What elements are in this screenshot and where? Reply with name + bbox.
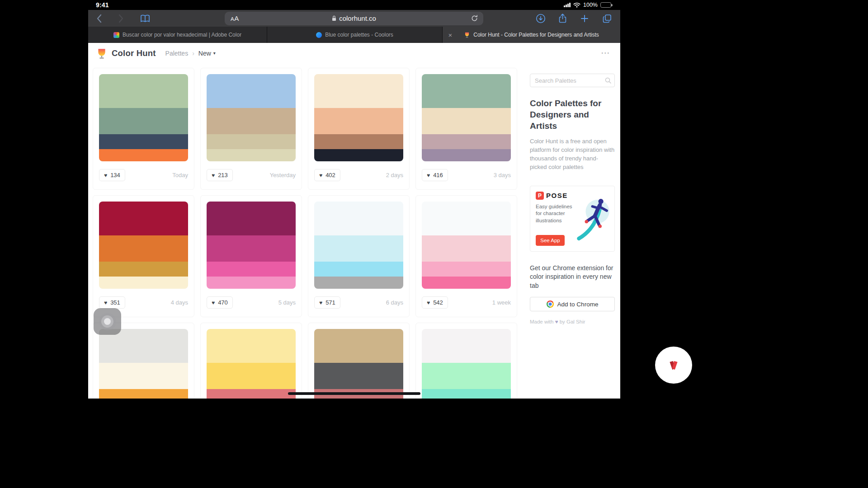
main-content: ♥ 134 Today ♥ 213 Yesterday ♥ 402 2 days: [88, 63, 620, 399]
palette-color-4[interactable]: [314, 277, 403, 289]
palette-stack[interactable]: [422, 74, 511, 161]
palette-stack[interactable]: [422, 329, 511, 399]
tab-coolors[interactable]: Blue color palettes - Coolors: [267, 27, 442, 43]
palette-stack[interactable]: [207, 202, 296, 289]
palette-color-3[interactable]: [99, 389, 188, 399]
palette-color-3[interactable]: [207, 134, 296, 149]
floating-logo-button[interactable]: [655, 347, 692, 384]
palette-color-2[interactable]: [422, 363, 511, 389]
reader-options-button[interactable]: AA: [231, 14, 239, 22]
palette-color-3[interactable]: [207, 262, 296, 277]
palette-color-4[interactable]: [207, 149, 296, 161]
palette-color-2[interactable]: [422, 235, 511, 262]
search-icon[interactable]: [604, 77, 612, 84]
wifi-icon: [573, 2, 580, 8]
credit-author-link[interactable]: by Gal Shir: [560, 319, 585, 324]
search-input[interactable]: [530, 74, 615, 87]
palette-color-2[interactable]: [207, 108, 296, 134]
like-button[interactable]: ♥ 542: [422, 296, 448, 309]
palette-stack[interactable]: [422, 202, 511, 289]
palette-color-2[interactable]: [314, 108, 403, 134]
pose-ad: P POSE Easy guidelines for character ill…: [530, 186, 615, 252]
like-button[interactable]: ♥ 571: [314, 296, 340, 309]
color-hunt-logo[interactable]: [96, 47, 108, 59]
palette-color-4[interactable]: [422, 277, 511, 289]
palette-color-1[interactable]: [207, 202, 296, 235]
palette-color-1[interactable]: [99, 74, 188, 108]
site-title[interactable]: Color Hunt: [112, 48, 156, 58]
palette-color-4[interactable]: [314, 149, 403, 161]
palette-stack[interactable]: [207, 329, 296, 399]
palette-color-3[interactable]: [422, 134, 511, 149]
palette-color-1[interactable]: [207, 329, 296, 363]
palette-color-1[interactable]: [207, 74, 296, 108]
palette-stack[interactable]: [314, 329, 403, 399]
palette-color-1[interactable]: [422, 74, 511, 108]
bookmarks-icon[interactable]: [138, 14, 152, 23]
palette-stack[interactable]: [314, 202, 403, 289]
palette-age: 5 days: [278, 299, 296, 306]
tab-adobe-color[interactable]: Buscar color por valor hexadecimal | Ado…: [88, 27, 267, 43]
forward-button[interactable]: [115, 14, 127, 23]
like-button[interactable]: ♥ 213: [207, 169, 233, 181]
palette-stack[interactable]: [99, 202, 188, 289]
sort-dropdown[interactable]: New ▾: [198, 50, 216, 57]
assistive-touch-button[interactable]: [94, 308, 121, 335]
palette-color-4[interactable]: [99, 277, 188, 289]
more-options-icon[interactable]: •••: [601, 51, 610, 56]
palette-color-4[interactable]: [207, 277, 296, 289]
palette-color-1[interactable]: [422, 329, 511, 363]
share-icon[interactable]: [557, 13, 568, 23]
palette-color-3[interactable]: [314, 134, 403, 149]
tab-overview-icon[interactable]: [601, 14, 613, 23]
palette-age: 6 days: [386, 299, 403, 306]
home-indicator[interactable]: [288, 392, 420, 395]
palette-card: ♥ 542 1 week: [415, 195, 517, 317]
close-tab-icon[interactable]: ×: [446, 30, 455, 39]
like-button[interactable]: ♥ 134: [99, 169, 125, 181]
palette-color-3[interactable]: [422, 262, 511, 277]
chrome-icon: [547, 300, 554, 308]
heart-icon: ♥: [212, 300, 215, 305]
palette-color-1[interactable]: [99, 202, 188, 235]
palette-color-3[interactable]: [99, 134, 188, 149]
back-button[interactable]: [93, 14, 105, 23]
like-button[interactable]: ♥ 416: [422, 169, 448, 181]
battery-icon: [600, 2, 611, 8]
palette-color-2[interactable]: [314, 235, 403, 262]
palette-color-4[interactable]: [422, 149, 511, 161]
cellular-signal-icon: [564, 3, 571, 7]
palette-color-2[interactable]: [99, 235, 188, 262]
address-bar[interactable]: AA colorhunt.co: [225, 12, 483, 25]
palette-color-2[interactable]: [314, 363, 403, 389]
palette-color-3[interactable]: [314, 262, 403, 277]
palette-stack[interactable]: [314, 74, 403, 161]
palette-color-3[interactable]: [207, 389, 296, 399]
breadcrumb-palettes[interactable]: Palettes: [165, 50, 189, 57]
palette-color-3[interactable]: [422, 389, 511, 399]
palette-color-2[interactable]: [422, 108, 511, 134]
palette-color-1[interactable]: [422, 202, 511, 235]
palette-color-2[interactable]: [207, 363, 296, 389]
palette-color-2[interactable]: [99, 363, 188, 389]
like-button[interactable]: ♥ 470: [207, 296, 233, 309]
palette-color-4[interactable]: [99, 149, 188, 161]
palette-stack[interactable]: [99, 74, 188, 161]
lock-icon: [332, 15, 336, 21]
palette-color-3[interactable]: [99, 262, 188, 277]
new-tab-icon[interactable]: [579, 14, 590, 23]
tab-color-hunt[interactable]: × Color Hunt - Color Palettes for Design…: [442, 27, 620, 43]
palette-color-2[interactable]: [99, 108, 188, 134]
palette-stack[interactable]: [99, 329, 188, 399]
palette-color-1[interactable]: [314, 329, 403, 363]
see-app-button[interactable]: See App: [536, 235, 565, 246]
palette-color-1[interactable]: [314, 202, 403, 235]
palette-color-2[interactable]: [207, 235, 296, 262]
reload-icon[interactable]: [471, 14, 478, 22]
like-button[interactable]: ♥ 351: [99, 296, 125, 309]
like-button[interactable]: ♥ 402: [314, 169, 340, 181]
downloads-icon[interactable]: [535, 14, 547, 23]
palette-color-1[interactable]: [314, 74, 403, 108]
palette-stack[interactable]: [207, 74, 296, 161]
add-to-chrome-button[interactable]: Add to Chrome: [530, 297, 615, 311]
